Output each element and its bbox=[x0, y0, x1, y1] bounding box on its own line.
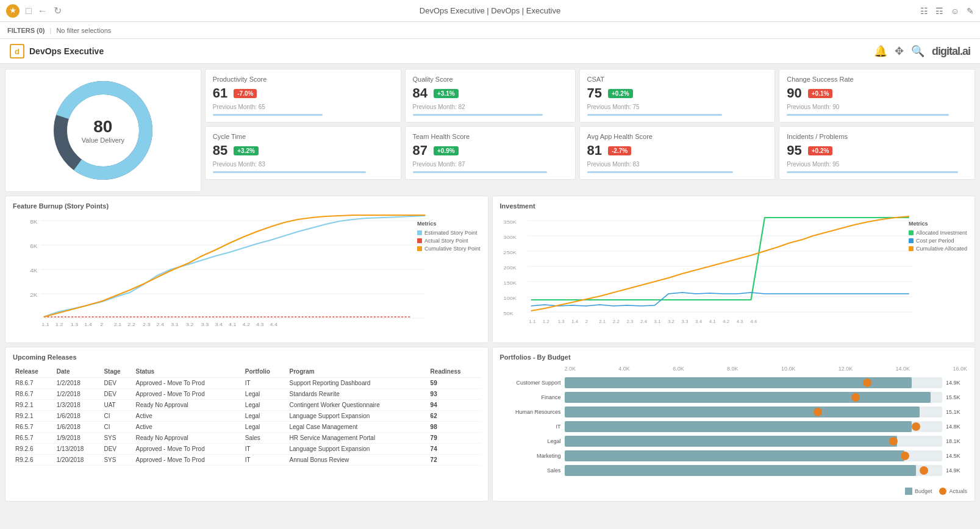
svg-text:1.2: 1.2 bbox=[55, 321, 63, 327]
svg-text:4.4: 4.4 bbox=[270, 321, 278, 327]
kpi-avgapp: Avg App Health Score 81 -2.7% Previous M… bbox=[579, 126, 776, 180]
kpi-avgapp-row: 81 -2.7% bbox=[587, 143, 768, 158]
svg-text:2.3: 2.3 bbox=[626, 319, 633, 324]
kpi-productivity-bar bbox=[213, 114, 323, 116]
table-row: R6.5.7 1/6/2018 CI Active Legal Legal Ca… bbox=[13, 422, 481, 433]
cell-portfolio: Sales bbox=[243, 433, 287, 444]
cell-date: 1/2/2018 bbox=[54, 389, 102, 400]
bar-dot bbox=[912, 422, 920, 431]
col-status: Status bbox=[134, 366, 243, 378]
logo-letter: d bbox=[10, 44, 24, 59]
bar-track bbox=[565, 436, 943, 447]
edit-icon[interactable]: ✎ bbox=[967, 6, 974, 16]
cell-date: 1/6/2018 bbox=[54, 411, 102, 422]
cell-release: R9.2.1 bbox=[13, 411, 54, 422]
cell-release: R6.5.7 bbox=[13, 433, 54, 444]
share-icon[interactable]: ☶ bbox=[935, 6, 943, 16]
cell-readiness: 94 bbox=[428, 400, 481, 411]
cell-program: Standards Rewrite bbox=[287, 389, 427, 400]
notification-icon[interactable]: 🔔 bbox=[874, 44, 887, 58]
cell-status: Approved - Move To Prod bbox=[134, 455, 243, 466]
kpi-cycletime-title: Cycle Time bbox=[213, 133, 393, 140]
cell-program: Legal Case Management bbox=[287, 422, 427, 433]
user-icon[interactable]: ☺ bbox=[951, 6, 959, 16]
bar-dot bbox=[863, 378, 871, 387]
bar-track bbox=[565, 465, 943, 476]
cell-portfolio: Legal bbox=[243, 389, 287, 400]
app-icon[interactable]: ★ bbox=[6, 4, 20, 18]
cell-portfolio: Legal bbox=[243, 411, 287, 422]
kpi-incidents-title: Incidents / Problems bbox=[787, 133, 967, 140]
svg-text:1.2: 1.2 bbox=[542, 319, 549, 324]
filter-label[interactable]: FILTERS (0) bbox=[7, 27, 45, 34]
col-date: Date bbox=[54, 366, 102, 378]
svg-text:2.2: 2.2 bbox=[127, 321, 135, 327]
kpi-csat-badge: +0.2% bbox=[608, 89, 633, 98]
cell-readiness: 79 bbox=[428, 433, 481, 444]
expand-icon[interactable]: ✥ bbox=[895, 44, 904, 58]
kpi-csat-value: 75 bbox=[587, 85, 602, 101]
svg-text:50K: 50K bbox=[503, 310, 513, 316]
filter-icon[interactable]: ☷ bbox=[920, 6, 928, 16]
kpi-col-left: Productivity Score 61 -7.0% Previous Mon… bbox=[205, 69, 401, 180]
svg-text:200K: 200K bbox=[503, 264, 516, 270]
nav-back[interactable]: □ bbox=[26, 5, 32, 16]
feature-burnup-svg: 8K 6K 4K 2K bbox=[13, 215, 481, 333]
bar-value: 14.9K bbox=[946, 380, 967, 386]
nav-forward[interactable]: ← bbox=[38, 5, 48, 16]
dashboard-icons: 🔔 ✥ 🔍 digital.ai bbox=[874, 44, 970, 58]
kpi-teamhealth-prev: Previous Month: 87 bbox=[413, 161, 568, 168]
cell-date: 1/20/2018 bbox=[54, 455, 102, 466]
bar-value: 14.8K bbox=[946, 424, 967, 430]
kpi-incidents-badge: +0.2% bbox=[808, 146, 833, 155]
kpi-incidents-value: 95 bbox=[787, 143, 801, 158]
kpi-quality-row: 84 +3.1% bbox=[413, 85, 568, 101]
cell-date: 1/13/2018 bbox=[54, 444, 102, 455]
bar-track bbox=[565, 421, 943, 432]
svg-text:2.4: 2.4 bbox=[157, 321, 165, 327]
cell-stage: SYS bbox=[101, 455, 133, 466]
dashboard-header: d DevOps Executive 🔔 ✥ 🔍 digital.ai bbox=[0, 39, 980, 64]
page-title: DevOps Executive | DevOps | Executive bbox=[420, 6, 560, 15]
svg-text:2.4: 2.4 bbox=[640, 319, 646, 324]
feature-burnup-card: Feature Burnup (Story Points) 8K 6K 4K 2… bbox=[5, 196, 488, 343]
upcoming-releases-title: Upcoming Releases bbox=[13, 353, 481, 361]
kpi-csat-bar bbox=[587, 114, 723, 116]
top-nav-bar: ★ □ ← ↻ DevOps Executive | DevOps | Exec… bbox=[0, 0, 980, 22]
kpi-changerate: Change Success Rate 90 +0.1% Previous Mo… bbox=[779, 69, 975, 122]
kpi-quality-prev: Previous Month: 82 bbox=[413, 104, 568, 110]
legend-cumulative: Cumulative Story Point bbox=[417, 246, 481, 252]
svg-text:4.4: 4.4 bbox=[750, 319, 757, 324]
svg-text:1.3: 1.3 bbox=[557, 319, 564, 324]
bar-row: Human Resources 15.1K bbox=[500, 407, 968, 417]
bar-value: 18.1K bbox=[946, 438, 967, 444]
bar-x-label: 14.0K bbox=[896, 366, 910, 372]
bar-value: 14.5K bbox=[946, 453, 967, 459]
kpi-avgapp-value: 81 bbox=[587, 143, 602, 158]
dashboard-logo: d DevOps Executive bbox=[10, 44, 104, 59]
kpi-productivity-value: 61 bbox=[213, 85, 227, 101]
cell-program: Language Support Expansion bbox=[287, 411, 427, 422]
cell-stage: CI bbox=[101, 422, 133, 433]
search-icon[interactable]: 🔍 bbox=[911, 44, 925, 58]
table-row: R9.2.6 1/20/2018 SYS Approved - Move To … bbox=[13, 455, 481, 466]
donut-center: 80 Value Delivery bbox=[82, 117, 124, 144]
col-stage: Stage bbox=[101, 366, 133, 378]
svg-text:4.1: 4.1 bbox=[709, 319, 715, 324]
cell-status: Approved - Move To Prod bbox=[134, 378, 243, 389]
cell-status: Active bbox=[134, 411, 243, 422]
kpi-csat-title: CSAT bbox=[587, 76, 768, 83]
bar-track bbox=[565, 377, 943, 388]
bar-value: 15.1K bbox=[946, 409, 967, 415]
cell-stage: DEV bbox=[101, 389, 133, 400]
nav-refresh[interactable]: ↻ bbox=[54, 5, 62, 16]
kpi-changerate-prev: Previous Month: 90 bbox=[787, 104, 967, 110]
nav-left: ★ □ ← ↻ bbox=[6, 4, 62, 18]
bar-label: Human Resources bbox=[500, 409, 561, 415]
kpi-cycletime-prev: Previous Month: 83 bbox=[213, 161, 393, 168]
cell-portfolio: IT bbox=[243, 444, 287, 455]
cell-release: R8.6.7 bbox=[13, 378, 54, 389]
cell-stage: UAT bbox=[101, 400, 133, 411]
svg-text:2K: 2K bbox=[30, 292, 38, 298]
bar-dot bbox=[814, 408, 822, 416]
